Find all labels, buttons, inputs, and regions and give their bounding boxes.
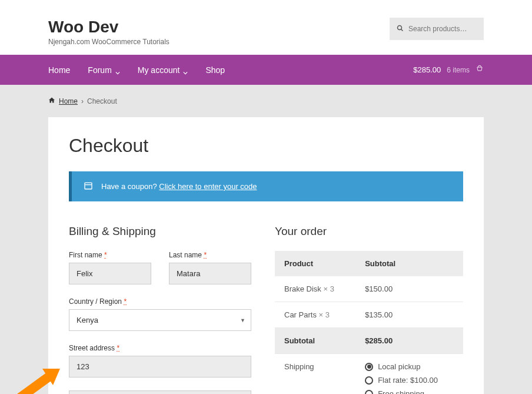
subtotal-row: Subtotal $285.00	[275, 328, 463, 354]
shipping-row: Shipping Local pickup Flat rate: $100.00…	[275, 354, 463, 395]
table-row: Car Parts × 3 $135.00	[275, 302, 463, 328]
breadcrumb-current: Checkout	[87, 97, 117, 105]
calendar-icon	[84, 181, 93, 192]
cart-total: $285.00	[413, 65, 441, 74]
breadcrumb: Home › Checkout	[48, 85, 484, 117]
radio-icon	[365, 363, 373, 371]
arrow-annotation	[6, 362, 62, 394]
last-name-input[interactable]	[169, 263, 251, 284]
site-tagline: Njengah.com WooCommerce Tutorials	[48, 38, 169, 46]
search-icon	[397, 24, 404, 34]
country-select[interactable]: Kenya	[69, 309, 251, 331]
subtotal-header: Subtotal	[355, 251, 463, 276]
home-icon	[48, 97, 55, 105]
nav-forum[interactable]: Forum	[88, 65, 119, 75]
coupon-bar: Have a coupon? Click here to enter your …	[69, 171, 463, 201]
search-input[interactable]	[408, 25, 477, 33]
breadcrumb-home[interactable]: Home	[59, 97, 78, 105]
street-label: Street address *	[69, 344, 251, 352]
nav-account[interactable]: My account	[138, 65, 188, 75]
order-title: Your order	[275, 225, 463, 238]
last-name-label: Last name *	[169, 251, 251, 259]
cart-items: 6 items	[447, 66, 470, 74]
site-title: Woo Dev	[48, 18, 169, 37]
radio-icon	[365, 376, 373, 385]
site-branding: Woo Dev Njengah.com WooCommerce Tutorial…	[48, 18, 169, 46]
svg-point-0	[398, 26, 402, 30]
svg-rect-2	[85, 183, 92, 189]
cart-info[interactable]: $285.00 6 items	[413, 65, 484, 75]
radio-icon	[365, 390, 373, 395]
country-label: Country / Region *	[69, 297, 251, 306]
nav-links: Home Forum My account Shop	[48, 65, 225, 75]
order-table: Product Subtotal Brake Disk × 3 $150.00 …	[275, 251, 463, 394]
nav-shop[interactable]: Shop	[205, 65, 225, 75]
coupon-link[interactable]: Click here to enter your code	[159, 182, 257, 191]
first-name-input[interactable]	[69, 263, 151, 284]
street-input[interactable]	[69, 356, 251, 378]
nav-home[interactable]: Home	[48, 65, 70, 75]
coupon-text: Have a coupon?	[101, 182, 157, 191]
chevron-down-icon	[115, 68, 120, 72]
cart-icon	[476, 65, 484, 75]
shipping-option[interactable]: Flat rate: $100.00	[365, 376, 454, 385]
billing-title: Billing & Shipping	[69, 225, 251, 238]
product-header: Product	[275, 251, 355, 276]
page-title: Checkout	[69, 135, 463, 157]
shipping-option[interactable]: Local pickup	[365, 362, 454, 371]
search-box[interactable]	[390, 18, 484, 40]
chevron-down-icon	[183, 68, 188, 72]
table-row: Brake Disk × 3 $150.00	[275, 276, 463, 302]
first-name-label: First name *	[69, 251, 151, 259]
breadcrumb-separator: ›	[81, 97, 84, 105]
svg-line-1	[401, 29, 403, 31]
shipping-option[interactable]: Free shipping	[365, 389, 454, 394]
apartment-input[interactable]	[69, 390, 251, 394]
